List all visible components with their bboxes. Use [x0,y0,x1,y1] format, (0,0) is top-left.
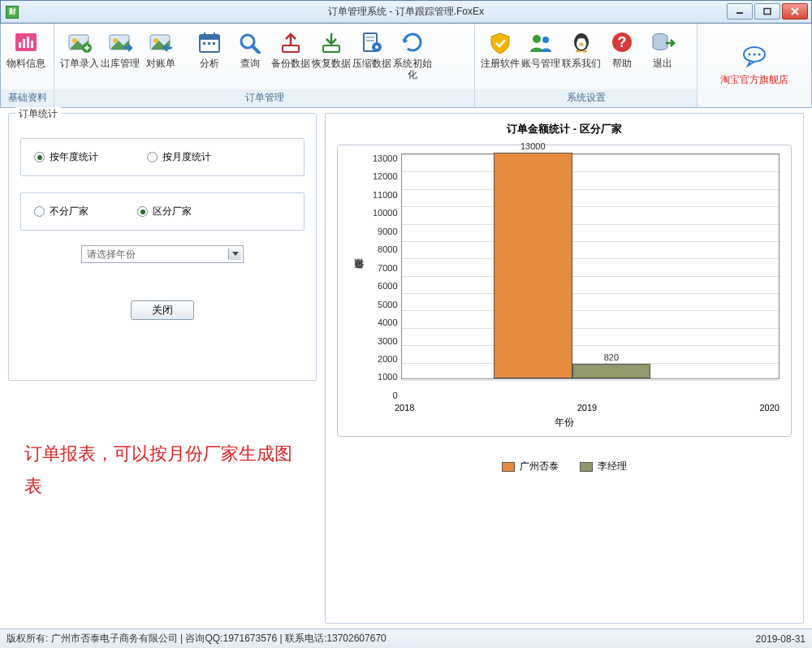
calendar-icon [196,28,223,56]
stats-fieldset: 订单统计 按年度统计 按月度统计 不分厂家 区分厂家 [8,113,317,381]
svg-point-32 [533,35,541,43]
title-bar: 财 订单管理系统 - 订单跟踪管理.FoxEx [0,0,812,24]
svg-point-31 [375,45,378,49]
legend-swatch [580,462,593,472]
upload-icon [277,28,304,56]
close-panel-button[interactable]: 关闭 [131,300,194,320]
chart-bar [494,153,572,378]
svg-point-44 [748,53,750,55]
ribbon-button-label: 账号管理 [521,58,560,69]
doc-gear-icon [358,28,386,56]
photo-left-icon [147,28,175,56]
svg-point-36 [578,39,581,41]
ribbon-group-order: 订单录入出库管理对账单分析查询备份数据恢复数据压缩数据系统初始化 订单管理 [54,24,475,107]
ribbon-button-label: 订单录入 [60,58,99,69]
chart-ylabel: 订单金额 [349,153,369,400]
download-icon [317,28,345,56]
svg-rect-21 [208,42,210,45]
svg-point-37 [583,39,585,41]
main-content: 订单统计 按年度统计 按月度统计 不分厂家 区分厂家 [0,108,812,629]
fieldset-legend: 订单统计 [15,107,61,121]
svg-point-33 [542,37,549,43]
ribbon-material-info-button[interactable]: 物料信息 [6,27,46,71]
year-select[interactable]: 请选择年份 [81,245,244,263]
close-button[interactable] [782,3,808,19]
radio-no-factory[interactable]: 不分厂家 [34,205,89,218]
ribbon-analysis-button[interactable]: 分析 [189,27,230,82]
radio-label: 按年度统计 [50,150,98,164]
svg-line-24 [253,46,259,53]
photo-plus-icon [66,28,93,56]
chart-frame: 订单金额 13000120001100010000900080007000600… [337,145,792,437]
chart-bar-value: 820 [604,352,619,362]
radio-by-factory[interactable]: 区分厂家 [137,205,192,218]
chart-yticks: 1300012000110001000090008000700060005000… [369,153,401,400]
minimize-button[interactable] [727,3,753,19]
ribbon-button-label: 联系我们 [562,58,601,69]
legend-swatch [502,462,515,472]
ribbon-button-label: 备份数据 [271,58,310,69]
ribbon-reconcile-button[interactable]: 对账单 [140,27,181,71]
svg-rect-8 [31,41,33,48]
svg-rect-20 [203,42,205,45]
year-select-placeholder: 请选择年份 [87,248,136,261]
status-date: 2019-08-31 [756,633,806,645]
ribbon-group-label: 订单管理 [54,89,474,107]
legend-item: 广州否泰 [502,460,559,473]
factory-radio-group: 不分厂家 区分厂家 [20,192,304,231]
legend-label: 李经理 [598,460,627,473]
svg-rect-5 [19,42,21,48]
legend-label: 广州否泰 [520,460,559,473]
ribbon-order-entry-button[interactable]: 订单录入 [59,27,100,71]
ribbon-button-label: 系统初始化 [392,58,433,80]
chart-plot-area: 13000820 [401,153,780,379]
taobao-shop-label: 淘宝官方旗舰店 [720,73,788,87]
ribbon-button-label: 注册软件 [481,58,520,69]
ribbon-group-label: 系统设置 [475,89,697,107]
svg-text:?: ? [618,34,627,50]
radio-icon [137,206,148,217]
svg-point-46 [758,53,760,55]
radio-icon [34,152,45,162]
chart-bar-value: 13000 [520,141,546,151]
status-bar: 版权所有: 广州市否泰电子商务有限公司 | 咨询QQ:1971673576 | … [0,629,812,648]
ribbon-help-button[interactable]: ?帮助 [602,27,642,71]
ribbon-compress-button[interactable]: 压缩数据 [352,27,392,82]
chart-bar [572,364,651,378]
ribbon-button-label: 分析 [200,58,219,69]
ribbon-outbound-mgmt-button[interactable]: 出库管理 [100,27,140,71]
svg-rect-6 [23,39,25,48]
ribbon-button-label: 查询 [240,58,260,69]
period-radio-group: 按年度统计 按月度统计 [20,138,304,176]
ribbon-button-label: 对账单 [146,58,175,69]
ribbon-group-basic: 物料信息 基础资料 [1,24,54,107]
ribbon-exit-button[interactable]: 退出 [642,27,683,71]
ribbon-query-button[interactable]: 查询 [230,27,270,82]
magnifier-icon [236,28,264,56]
radio-by-year[interactable]: 按年度统计 [34,150,98,164]
radio-label: 按月度统计 [162,150,211,164]
app-icon: 财 [6,6,19,19]
chart-pink-icon [12,28,40,56]
ribbon-button-label: 退出 [653,58,672,69]
ribbon-accounts-button[interactable]: 账号管理 [520,27,561,71]
chart-title: 订单金额统计 - 区分厂家 [337,122,792,136]
chart-xlabel: 年份 [349,416,780,430]
help-icon: ? [608,28,636,56]
ribbon-button-label: 出库管理 [101,58,140,69]
radio-icon [34,206,45,217]
ribbon-contact-button[interactable]: 联系我们 [561,27,602,71]
maximize-button[interactable] [754,3,780,19]
db-exit-icon [649,28,676,56]
radio-label: 区分厂家 [153,205,192,218]
ribbon-restore-button[interactable]: 恢复数据 [311,27,352,82]
taobao-shop-button[interactable]: 淘宝官方旗舰店 [698,24,811,107]
ribbon-backup-button[interactable]: 备份数据 [270,27,311,82]
ribbon-button-label: 压缩数据 [352,58,391,69]
ribbon-register-button[interactable]: 注册软件 [480,27,520,71]
annotation-text: 订单报表，可以按月份厂家生成图表 [8,438,317,503]
ribbon-init-button[interactable]: 系统初始化 [392,27,433,82]
refresh-icon [399,28,426,56]
radio-by-month[interactable]: 按月度统计 [147,150,211,164]
users-icon [527,28,555,56]
